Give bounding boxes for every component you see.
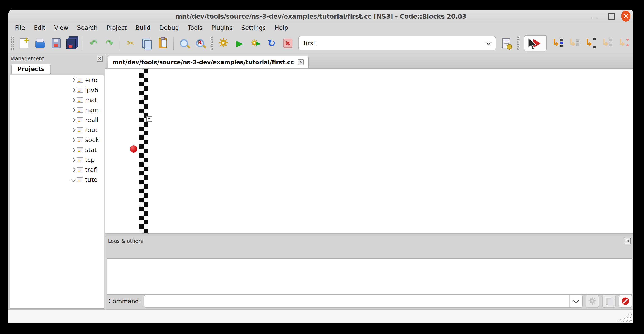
tree-item-tuto[interactable]: tuto — [10, 175, 104, 185]
menu-tools[interactable]: Tools — [183, 24, 207, 32]
build-button[interactable] — [218, 38, 229, 49]
logs-close-button[interactable]: × — [624, 238, 631, 244]
chevron-right-icon[interactable] — [71, 78, 76, 83]
tree-item-erro[interactable]: erro — [10, 75, 104, 85]
toolbar-grip[interactable] — [210, 36, 213, 50]
menu-plugins[interactable]: Plugins — [207, 24, 237, 32]
code-editor[interactable] — [106, 69, 634, 237]
command-dropdown-button[interactable] — [570, 295, 582, 307]
folder-icon — [77, 117, 83, 123]
editor-tab-close-button[interactable]: × — [298, 59, 304, 65]
step-arrow-icon: ↳ — [602, 37, 610, 48]
debug-continue-button[interactable] — [524, 35, 547, 51]
debugging-windows-button[interactable] — [586, 294, 599, 308]
folder-icon — [77, 127, 83, 132]
minimize-button[interactable] — [590, 12, 600, 21]
step-arrow-icon: ↳ — [585, 37, 593, 48]
copy-button[interactable] — [141, 38, 152, 49]
folder-icon — [77, 98, 83, 103]
chevron-right-icon[interactable] — [71, 117, 76, 122]
debug-next-line-button[interactable]: ↳ — [568, 37, 580, 49]
maximize-button[interactable] — [607, 12, 616, 21]
debug-next-instruction-button[interactable]: ↳ — [618, 37, 630, 49]
menu-view[interactable]: View — [50, 24, 72, 32]
tree-item-label: reall — [85, 116, 98, 124]
chevron-right-icon[interactable] — [71, 127, 76, 132]
debug-run-to-cursor-button[interactable]: ↳ — [552, 37, 563, 49]
window-title: mnt/dev/tools/source/ns-3-dev/examples/t… — [8, 13, 634, 20]
tree-item-ipv6[interactable]: ipv6 — [10, 85, 104, 95]
replace-button[interactable] — [194, 38, 206, 49]
menu-project[interactable]: Project — [102, 24, 131, 32]
tree-item-mat[interactable]: mat — [10, 95, 104, 105]
new-file-button[interactable] — [18, 38, 30, 49]
tab-projects[interactable]: Projects — [12, 64, 50, 74]
save-all-button[interactable] — [66, 38, 78, 49]
command-input[interactable] — [144, 294, 582, 308]
menu-search[interactable]: Search — [73, 24, 102, 32]
chevron-right-icon[interactable] — [71, 167, 76, 172]
tree-item-sock[interactable]: sock — [10, 135, 104, 145]
stop-debugger-button[interactable] — [618, 294, 632, 308]
build-and-run-button[interactable]: ▶ — [250, 38, 261, 49]
tree-item-nam[interactable]: nam — [10, 105, 104, 115]
build-target-options-button[interactable] — [501, 38, 512, 49]
tree-item-stat[interactable]: stat — [10, 145, 104, 155]
undo-icon: ↶ — [90, 39, 97, 48]
rebuild-icon: ↻ — [268, 39, 276, 48]
status-bar — [8, 309, 634, 323]
editor-tab[interactable]: mnt/dev/tools/source/ns-3-dev/examples/t… — [108, 56, 309, 68]
menu-debug[interactable]: Debug — [155, 24, 183, 32]
resize-grip[interactable] — [616, 311, 632, 322]
logs-tab-bar — [106, 245, 634, 258]
menu-build[interactable]: Build — [131, 24, 155, 32]
breakpoint-marker[interactable] — [130, 145, 137, 153]
copy-log-button[interactable] — [602, 294, 616, 308]
folder-icon — [77, 78, 83, 83]
close-button[interactable]: ✕ — [621, 12, 630, 21]
editor-horizontal-scrollbar[interactable] — [106, 233, 634, 237]
minimize-icon — [592, 18, 598, 19]
debugger-command-row: Command: — [107, 294, 632, 308]
save-button[interactable] — [50, 38, 62, 49]
tree-item-trafl[interactable]: trafl — [10, 165, 104, 175]
build-target-combo[interactable]: first — [298, 36, 496, 51]
chevron-down-icon[interactable] — [71, 177, 76, 182]
chevron-right-icon[interactable] — [71, 88, 76, 92]
tree-item-rout[interactable]: rout — [10, 125, 104, 135]
chevron-right-icon[interactable] — [71, 137, 76, 142]
step-arrow-icon: ↳ — [618, 37, 626, 48]
build-target-value: first — [304, 40, 486, 47]
menu-file[interactable]: File — [10, 24, 30, 32]
debug-step-out-button[interactable]: ↳ — [601, 37, 613, 49]
chevron-right-icon[interactable] — [71, 157, 76, 162]
management-close-button[interactable]: × — [96, 56, 103, 62]
tree-item-label: stat — [85, 146, 97, 153]
paste-button[interactable] — [157, 38, 168, 49]
debug-step-into-button[interactable]: ↳ — [584, 37, 596, 49]
menu-edit[interactable]: Edit — [30, 24, 50, 32]
chevron-right-icon[interactable] — [71, 107, 76, 112]
open-button[interactable] — [34, 38, 46, 49]
fold-collapse-button[interactable] — [146, 116, 152, 122]
menu-settings[interactable]: Settings — [237, 24, 270, 32]
cut-button[interactable]: ✂ — [125, 38, 136, 49]
tree-item-tcp[interactable]: tcp — [10, 155, 104, 165]
breakpoint-margin[interactable] — [139, 69, 148, 233]
tree-item-reall[interactable]: reall — [10, 115, 104, 125]
chevron-right-icon[interactable] — [71, 98, 76, 102]
run-button[interactable]: ▶ — [234, 38, 245, 49]
save-icon — [52, 38, 60, 48]
menu-help[interactable]: Help — [270, 24, 292, 32]
find-button[interactable] — [178, 38, 190, 49]
toolbar-grip[interactable] — [517, 36, 519, 50]
chevron-right-icon[interactable] — [71, 147, 76, 152]
rebuild-button[interactable]: ↻ — [266, 38, 277, 49]
toolbar-grip[interactable] — [11, 36, 14, 50]
build-gear-icon — [218, 38, 228, 49]
tree-item-label: erro — [85, 77, 98, 84]
redo-button[interactable]: ↷ — [104, 38, 115, 49]
build-target-options-icon — [502, 38, 510, 48]
abort-build-button[interactable]: ✖ — [282, 38, 294, 49]
undo-button[interactable]: ↶ — [88, 38, 99, 49]
